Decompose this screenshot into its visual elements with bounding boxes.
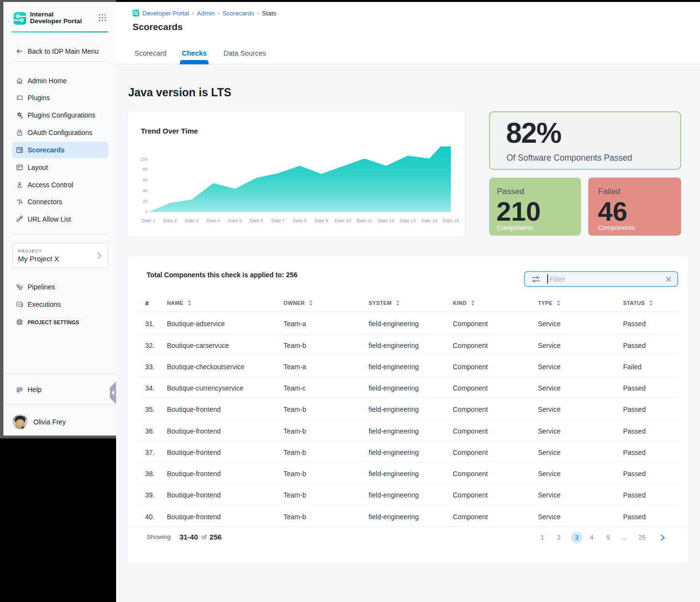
svg-text:Date 7: Date 7	[271, 218, 285, 223]
svg-text:100: 100	[140, 157, 148, 162]
svg-text:Date 6: Date 6	[250, 218, 263, 223]
svg-text:Date 2: Date 2	[164, 218, 177, 223]
svg-text:40: 40	[143, 188, 148, 193]
svg-text:Date 15: Date 15	[443, 218, 459, 223]
svg-text:20: 20	[143, 199, 148, 204]
svg-text:Date 3: Date 3	[185, 218, 198, 223]
svg-text:Date 10: Date 10	[335, 218, 351, 223]
svg-text:Date 12: Date 12	[378, 218, 394, 223]
svg-text:Date 9: Date 9	[314, 218, 328, 223]
svg-text:Date 8: Date 8	[293, 218, 307, 223]
svg-text:0: 0	[145, 210, 148, 214]
svg-text:Date 11: Date 11	[357, 218, 372, 223]
svg-text:80: 80	[143, 167, 148, 172]
svg-text:60: 60	[143, 178, 148, 182]
svg-text:Date 4: Date 4	[207, 218, 220, 223]
svg-text:Date 1: Date 1	[142, 218, 155, 223]
svg-text:Date 13: Date 13	[400, 218, 416, 223]
svg-text:Date 5: Date 5	[228, 218, 242, 223]
svg-text:Date 14: Date 14	[421, 218, 437, 223]
